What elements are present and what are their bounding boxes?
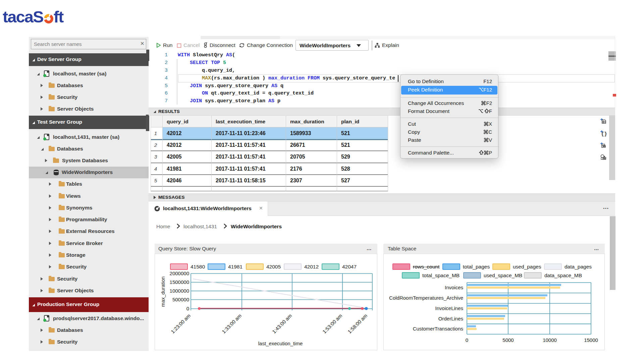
svg-text:1:33:00 am: 1:33:00 am (221, 313, 243, 335)
svg-text:1500000: 1500000 (170, 279, 189, 285)
svg-text:1000000: 1000000 (170, 288, 189, 294)
svg-text:1:58:00 am: 1:58:00 am (346, 313, 368, 335)
svg-text:500000: 500000 (172, 297, 189, 302)
svg-text:CustomerTransactions: CustomerTransactions (413, 326, 463, 331)
svg-text:ColdRoomTemperatures_Archive: ColdRoomTemperatures_Archive (389, 295, 463, 301)
svg-text:Invoices: Invoices (445, 285, 463, 290)
svg-text:10000: 10000 (543, 337, 557, 343)
svg-text:{}: {} (601, 131, 607, 136)
svg-text:1:43:00 am: 1:43:00 am (271, 313, 293, 335)
svg-text:OrderLines: OrderLines (438, 316, 463, 321)
svg-text:0: 0 (466, 337, 468, 343)
svg-text:5000: 5000 (502, 337, 514, 343)
svg-text:0: 0 (186, 306, 189, 311)
svg-text:max_duration: max_duration (160, 277, 166, 307)
svg-text:InvoiceLines: InvoiceLines (435, 305, 463, 311)
svg-text:15000: 15000 (584, 337, 598, 343)
svg-text:1:23:00 am: 1:23:00 am (170, 313, 192, 335)
svg-text:2000000: 2000000 (170, 270, 189, 276)
svg-text:1:53:00 am: 1:53:00 am (321, 313, 343, 335)
svg-text:last_execution_time: last_execution_time (258, 341, 303, 346)
